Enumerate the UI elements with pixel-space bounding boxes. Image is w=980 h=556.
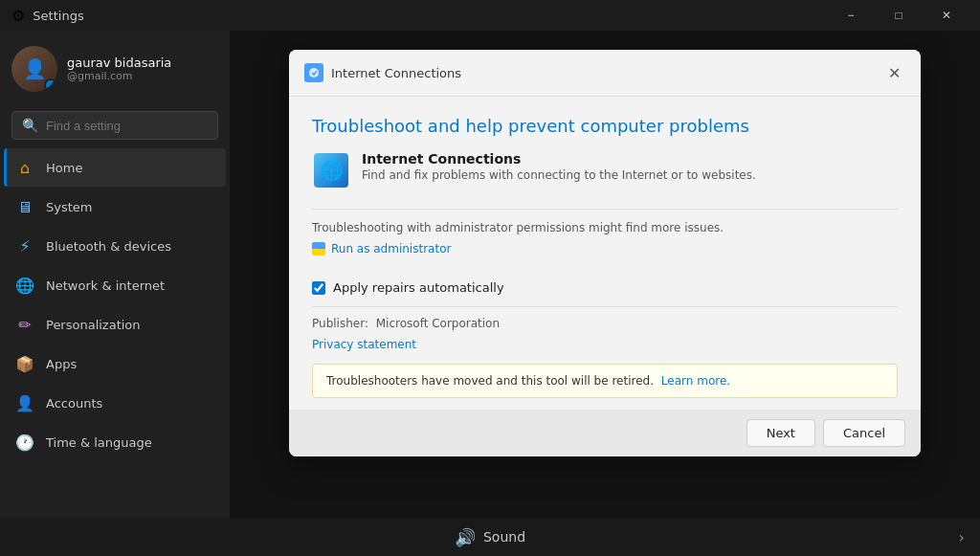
settings-app-icon: ⚙ (11, 7, 25, 25)
sidebar-item-label: Home (46, 161, 82, 175)
time-icon: 🕐 (15, 433, 34, 452)
apply-repairs-row: Apply repairs automatically (312, 280, 898, 307)
title-bar: ⚙ Settings − □ ✕ (0, 0, 980, 31)
user-profile[interactable]: 👤 gaurav bidasaria @gmail.com (0, 31, 230, 107)
network-icon: 🌐 (15, 276, 34, 295)
sidebar-item-home[interactable]: ⌂ Home (4, 148, 226, 187)
title-bar-left: ⚙ Settings (11, 7, 84, 25)
accounts-icon: 👤 (15, 393, 34, 412)
svg-point-3 (309, 68, 319, 78)
taskbar-center: 🔊 Sound (455, 527, 525, 547)
sidebar-item-apps[interactable]: 📦 Apps (4, 345, 226, 383)
search-box[interactable]: 🔍 (11, 111, 218, 140)
sidebar-item-label: Network & internet (46, 278, 165, 293)
search-input[interactable] (46, 119, 208, 133)
dialog-item-info: Internet Connections Find and fix proble… (362, 151, 756, 182)
profile-info: gaurav bidasaria @gmail.com (67, 56, 218, 82)
publisher-section: Publisher: Microsoft Corporation Privacy… (312, 307, 898, 356)
publisher-text: Publisher: Microsoft Corporation (312, 317, 898, 330)
bluetooth-icon: ⚡ (15, 236, 34, 256)
app-body: 👤 gaurav bidasaria @gmail.com 🔍 ⌂ Home 🖥… (0, 31, 980, 518)
sidebar-item-label: Apps (46, 357, 77, 371)
minimize-button[interactable]: − (829, 0, 873, 31)
dialog-main-title: Troubleshoot and help prevent computer p… (312, 116, 898, 136)
admin-row: Troubleshooting with administrator permi… (312, 221, 898, 234)
shield-icon (312, 242, 325, 256)
dialog-header-icon (304, 63, 323, 82)
avatar-badge (44, 78, 57, 92)
main-content: Internet Connections ✕ Troubleshoot and … (230, 31, 980, 518)
taskbar: 🔊 Sound › (0, 518, 980, 556)
sound-label: Sound (483, 529, 525, 545)
personalization-icon: ✏ (15, 315, 34, 334)
internet-connections-icon: 🌐 (312, 151, 350, 189)
dialog-item-row: 🌐 Internet Connections Find and fix prob… (312, 151, 898, 189)
close-button[interactable]: ✕ (924, 0, 969, 31)
home-icon: ⌂ (15, 158, 34, 177)
apps-icon: 📦 (15, 354, 34, 373)
dialog-title-row: Internet Connections (304, 63, 461, 82)
sidebar-item-bluetooth[interactable]: ⚡ Bluetooth & devices (4, 227, 226, 265)
publisher-label: Publisher: (312, 317, 368, 330)
sidebar: 👤 gaurav bidasaria @gmail.com 🔍 ⌂ Home 🖥… (0, 31, 230, 518)
run-as-administrator-link[interactable]: Run as administrator (331, 242, 451, 256)
dialog-header: Internet Connections ✕ (289, 50, 921, 97)
sidebar-item-label: System (46, 200, 92, 214)
dialog-close-button[interactable]: ✕ (882, 61, 905, 84)
sidebar-item-label: Bluetooth & devices (46, 239, 171, 254)
dialog-backdrop: Internet Connections ✕ Troubleshoot and … (230, 31, 980, 518)
cancel-button[interactable]: Cancel (823, 419, 905, 447)
dialog-body: Troubleshoot and help prevent computer p… (289, 97, 921, 398)
troubleshoot-dialog: Internet Connections ✕ Troubleshoot and … (289, 50, 921, 456)
learn-more-link[interactable]: Learn more. (661, 374, 730, 388)
avatar: 👤 (11, 46, 57, 92)
sidebar-item-time[interactable]: 🕐 Time & language (4, 423, 226, 461)
sidebar-item-accounts[interactable]: 👤 Accounts (4, 384, 226, 422)
apply-repairs-label[interactable]: Apply repairs automatically (333, 280, 504, 295)
system-icon: 🖥 (15, 197, 34, 216)
app-title: Settings (33, 9, 83, 23)
taskbar-chevron[interactable]: › (959, 528, 965, 546)
next-button[interactable]: Next (746, 419, 815, 447)
warning-box: Troubleshooters have moved and this tool… (312, 364, 898, 398)
search-icon: 🔍 (22, 118, 38, 133)
sidebar-item-system[interactable]: 🖥 System (4, 188, 226, 226)
admin-text: Troubleshooting with administrator permi… (312, 221, 724, 234)
publisher-name: Microsoft Corporation (376, 317, 500, 330)
sidebar-item-label: Time & language (46, 435, 152, 450)
nav-items: ⌂ Home 🖥 System ⚡ Bluetooth & devices 🌐 … (0, 147, 230, 518)
warning-text: Troubleshooters have moved and this tool… (326, 374, 654, 388)
profile-name: gaurav bidasaria (67, 56, 218, 70)
admin-section: Troubleshooting with administrator permi… (312, 209, 898, 277)
item-name: Internet Connections (362, 151, 756, 167)
sidebar-item-network[interactable]: 🌐 Network & internet (4, 266, 226, 304)
sound-icon: 🔊 (455, 527, 476, 547)
net-icon-visual: 🌐 (314, 153, 348, 188)
dialog-header-title: Internet Connections (331, 66, 461, 80)
sidebar-item-personalization[interactable]: ✏ Personalization (4, 305, 226, 344)
sidebar-item-label: Accounts (46, 396, 102, 411)
maximize-button[interactable]: □ (877, 0, 921, 31)
privacy-statement-link[interactable]: Privacy statement (312, 338, 416, 351)
item-description: Find and fix problems with connecting to… (362, 168, 756, 182)
title-bar-controls: − □ ✕ (829, 0, 969, 31)
dialog-footer: Next Cancel (289, 410, 921, 456)
sidebar-item-label: Personalization (46, 318, 141, 332)
apply-repairs-checkbox[interactable] (312, 281, 325, 295)
profile-email: @gmail.com (67, 70, 218, 82)
